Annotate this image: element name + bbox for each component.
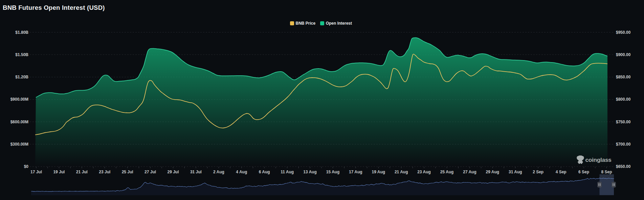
svg-text:2 Aug: 2 Aug	[213, 170, 224, 174]
svg-text:23 Aug: 23 Aug	[417, 170, 431, 174]
svg-text:6 Aug: 6 Aug	[259, 170, 270, 174]
svg-text:$1.50B: $1.50B	[15, 52, 28, 57]
svg-text:$800.00: $800.00	[616, 97, 631, 102]
svg-text:$650.00: $650.00	[616, 164, 631, 169]
svg-text:31 Aug: 31 Aug	[509, 170, 522, 174]
svg-text:27 Jul: 27 Jul	[145, 170, 156, 174]
svg-text:$1.80B: $1.80B	[15, 30, 28, 35]
svg-text:$900.00: $900.00	[616, 52, 631, 57]
svg-text:$1.20B: $1.20B	[15, 75, 28, 79]
svg-text:29 Aug: 29 Aug	[486, 170, 499, 174]
svg-text:$600.00M: $600.00M	[10, 120, 28, 124]
svg-text:15 Aug: 15 Aug	[326, 170, 340, 174]
svg-text:13 Aug: 13 Aug	[303, 170, 317, 174]
svg-text:21 Aug: 21 Aug	[395, 170, 408, 174]
svg-text:6 Sep: 6 Sep	[578, 170, 589, 174]
svg-text:8 Sep: 8 Sep	[601, 170, 612, 174]
svg-text:31 Jul: 31 Jul	[190, 170, 202, 174]
svg-text:$950.00: $950.00	[616, 30, 631, 35]
svg-text:coinglass: coinglass	[585, 156, 612, 163]
svg-text:23 Jul: 23 Jul	[99, 170, 110, 174]
svg-text:$300.00M: $300.00M	[10, 142, 28, 147]
svg-text:$0: $0	[24, 164, 29, 169]
svg-text:29 Jul: 29 Jul	[167, 170, 179, 174]
svg-text:$900.00M: $900.00M	[10, 97, 28, 102]
svg-text:17 Aug: 17 Aug	[349, 170, 362, 174]
svg-text:$750.00: $750.00	[616, 120, 631, 124]
svg-text:25 Jul: 25 Jul	[122, 170, 133, 174]
svg-text:19 Aug: 19 Aug	[372, 170, 385, 174]
svg-text:17 Jul: 17 Jul	[30, 170, 42, 174]
svg-text:$850.00: $850.00	[616, 75, 631, 79]
svg-text:19 Jul: 19 Jul	[53, 170, 65, 174]
svg-text:27 Aug: 27 Aug	[463, 170, 476, 174]
svg-text:4 Aug: 4 Aug	[236, 170, 247, 174]
svg-text:4 Sep: 4 Sep	[556, 170, 567, 174]
svg-text:25 Aug: 25 Aug	[440, 170, 454, 174]
svg-text:21 Jul: 21 Jul	[76, 170, 88, 174]
svg-text:2 Sep: 2 Sep	[533, 170, 543, 174]
svg-text:11 Aug: 11 Aug	[281, 170, 294, 174]
svg-text:$700.00: $700.00	[616, 142, 631, 147]
